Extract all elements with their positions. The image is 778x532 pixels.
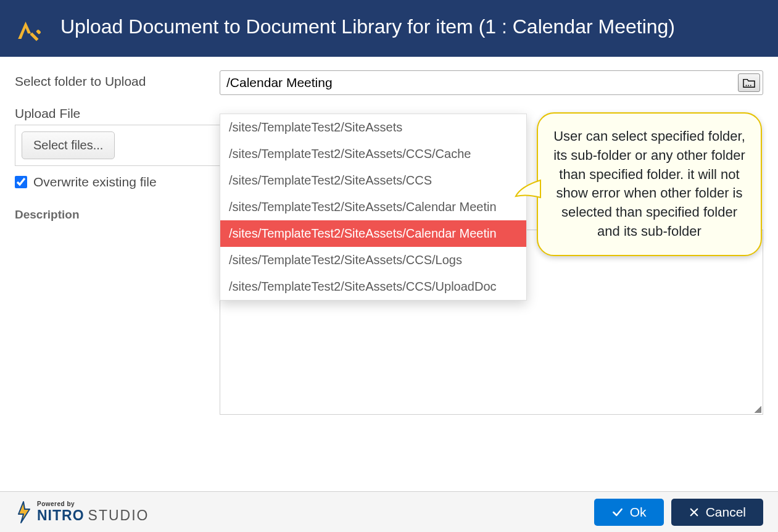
folder-option[interactable]: /sites/TemplateTest2/SiteAssets [220,114,526,141]
callout-text: User can select specified folder, its su… [550,127,748,241]
close-icon [689,507,700,518]
brand-logo: Powered by NITRO STUDIO [15,501,149,524]
select-files-button[interactable]: Select files... [22,131,115,159]
folder-option[interactable]: /sites/TemplateTest2/SiteAssets/CCS/Uplo… [220,273,526,300]
check-icon [611,506,624,518]
file-drop-area: Select files... [15,125,220,166]
folder-option[interactable]: /sites/TemplateTest2/SiteAssets/CCS/Logs [220,247,526,273]
app-logo-icon [15,17,41,43]
dialog-title: Upload Document to Document Library for … [60,14,675,40]
svg-point-2 [748,85,749,86]
svg-rect-0 [36,29,41,35]
folder-option[interactable]: /sites/TemplateTest2/SiteAssets/CCS [220,167,526,194]
brand-studio: STUDIO [88,507,149,524]
folder-option[interactable]: /sites/TemplateTest2/SiteAssets/Calendar… [220,194,526,220]
dialog-footer: Powered by NITRO STUDIO Ok Cancel [0,491,778,532]
help-callout: User can select specified folder, its su… [537,112,762,256]
folder-label: Select folder to Upload [15,70,220,89]
svg-point-3 [750,85,751,86]
dialog-header: Upload Document to Document Library for … [0,0,778,57]
overwrite-label: Overwrite existing file [33,175,157,189]
overwrite-checkbox[interactable] [15,176,27,188]
cancel-button[interactable]: Cancel [671,499,763,526]
folder-option[interactable]: /sites/TemplateTest2/SiteAssets/CCS/Cach… [220,141,526,167]
folder-option[interactable]: /sites/TemplateTest2/SiteAssets/Calendar… [220,220,526,247]
callout-tail-icon [515,175,542,202]
nitro-bolt-icon [15,501,33,524]
folder-browse-icon [742,77,756,88]
dialog-body: Select folder to Upload Upload File Sele… [0,57,778,222]
brand-nitro: NITRO [37,507,85,524]
folder-dropdown[interactable]: /sites/TemplateTest2/SiteAssets/sites/Te… [220,114,527,301]
ok-label: Ok [630,505,647,520]
cancel-label: Cancel [706,505,746,520]
folder-input[interactable] [220,71,738,94]
powered-by-label: Powered by [37,501,149,507]
ok-button[interactable]: Ok [594,499,664,526]
svg-point-1 [746,85,747,86]
browse-folder-button[interactable] [738,73,760,92]
folder-input-group [220,70,763,95]
